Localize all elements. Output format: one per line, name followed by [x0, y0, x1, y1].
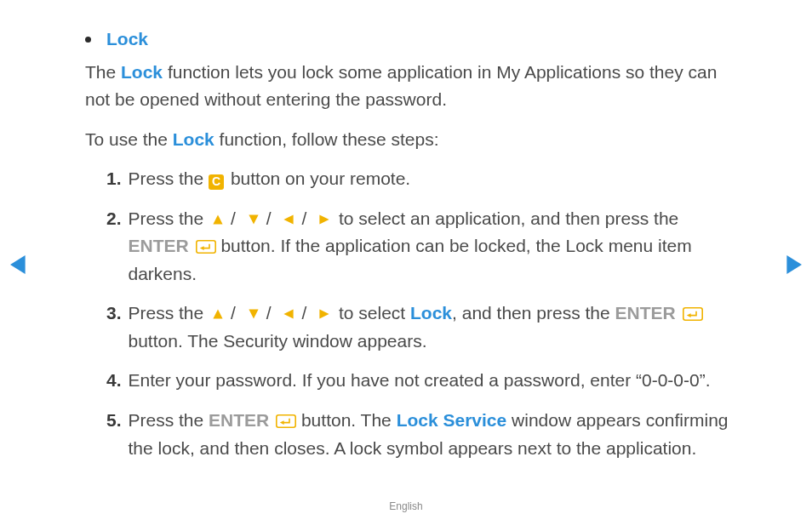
- prev-page-button[interactable]: [10, 255, 29, 274]
- arrow-right-icon: [318, 308, 330, 320]
- text: to select an application, and then press…: [339, 208, 678, 228]
- svg-marker-0: [213, 214, 222, 224]
- svg-marker-7: [249, 310, 258, 319]
- step-number: 2.: [106, 205, 122, 288]
- text: to select: [339, 303, 410, 323]
- step-body: Enter your password. If you have not cre…: [129, 367, 744, 395]
- next-page-button[interactable]: [783, 255, 802, 274]
- svg-marker-11: [686, 314, 690, 318]
- lock-keyword: Lock: [410, 303, 452, 323]
- slash: /: [301, 303, 306, 323]
- svg-marker-3: [320, 214, 329, 224]
- svg-rect-10: [683, 308, 701, 320]
- svg-marker-15: [786, 255, 802, 274]
- enter-icon: [196, 239, 216, 254]
- steps-list: 1. Press the C button on your remote. 2.…: [106, 165, 744, 462]
- text: button. The Security window appears.: [129, 331, 427, 351]
- text: , and then press the: [452, 303, 615, 323]
- text: function lets you lock some application …: [85, 62, 717, 110]
- page-content: Lock The Lock function lets you lock som…: [0, 0, 812, 462]
- step-number: 3.: [106, 300, 122, 355]
- svg-marker-1: [249, 214, 258, 224]
- svg-rect-4: [196, 241, 214, 253]
- step-number: 5.: [106, 407, 122, 462]
- step-2: 2. Press the / / / to select an applicat…: [106, 205, 744, 288]
- section-heading: Lock: [85, 26, 744, 54]
- section-title: Lock: [106, 26, 148, 54]
- chevron-right-icon: [783, 255, 802, 274]
- slash: /: [231, 303, 236, 323]
- text: Enter your password. If you have not cre…: [129, 370, 711, 390]
- slash: /: [266, 303, 272, 323]
- slash: /: [266, 208, 272, 228]
- slash: /: [231, 208, 236, 228]
- step-number: 1.: [106, 165, 122, 193]
- arrow-up-icon: [212, 308, 224, 320]
- lock-keyword: Lock: [173, 129, 214, 149]
- text: function, follow these steps:: [214, 129, 439, 149]
- step-body: Press the ENTER button. The Lock Service…: [129, 407, 744, 462]
- chevron-left-icon: [10, 255, 29, 274]
- svg-marker-14: [10, 255, 26, 274]
- text: button on your remote.: [226, 168, 410, 188]
- step-1: 1. Press the C button on your remote.: [106, 165, 744, 193]
- intro-paragraph: The Lock function lets you lock some app…: [85, 59, 744, 114]
- step-body: Press the C button on your remote.: [129, 165, 744, 193]
- step-number: 4.: [106, 367, 122, 395]
- arrow-left-icon: [283, 308, 294, 320]
- text: Press the: [129, 303, 209, 323]
- text: button. The: [301, 410, 397, 430]
- svg-rect-12: [277, 415, 295, 427]
- lock-service-keyword: Lock Service: [397, 410, 507, 430]
- bullet-icon: [85, 37, 91, 43]
- svg-marker-13: [280, 420, 284, 425]
- lock-keyword: Lock: [121, 62, 163, 82]
- arrow-up-icon: [212, 214, 224, 226]
- footer-language: English: [0, 500, 812, 512]
- svg-marker-6: [213, 310, 222, 319]
- text: Press the: [129, 410, 209, 430]
- c-button-icon: C: [209, 174, 224, 190]
- text: Press the: [129, 208, 209, 228]
- enter-icon: [683, 306, 703, 322]
- arrow-right-icon: [318, 214, 330, 226]
- svg-marker-5: [199, 246, 203, 250]
- svg-marker-8: [284, 310, 294, 319]
- step-body: Press the / / / to select Lock, and then…: [129, 300, 744, 355]
- step-5: 5. Press the ENTER button. The Lock Serv…: [106, 407, 744, 462]
- prompt-paragraph: To use the Lock function, follow these s…: [85, 126, 744, 154]
- enter-label: ENTER: [129, 236, 189, 255]
- arrow-left-icon: [283, 214, 294, 226]
- enter-label: ENTER: [209, 410, 269, 430]
- text: Press the: [129, 168, 209, 188]
- text: The: [85, 62, 121, 82]
- enter-icon: [276, 414, 296, 429]
- text: To use the: [85, 129, 173, 149]
- arrow-down-icon: [248, 308, 260, 320]
- step-3: 3. Press the / / / to select Lock, and t…: [106, 300, 744, 355]
- slash: /: [301, 208, 306, 228]
- svg-marker-2: [284, 214, 294, 224]
- step-4: 4. Enter your password. If you have not …: [106, 367, 744, 395]
- svg-marker-9: [320, 310, 329, 319]
- arrow-down-icon: [248, 214, 260, 226]
- enter-label: ENTER: [615, 303, 676, 323]
- step-body: Press the / / / to select an application…: [129, 205, 744, 288]
